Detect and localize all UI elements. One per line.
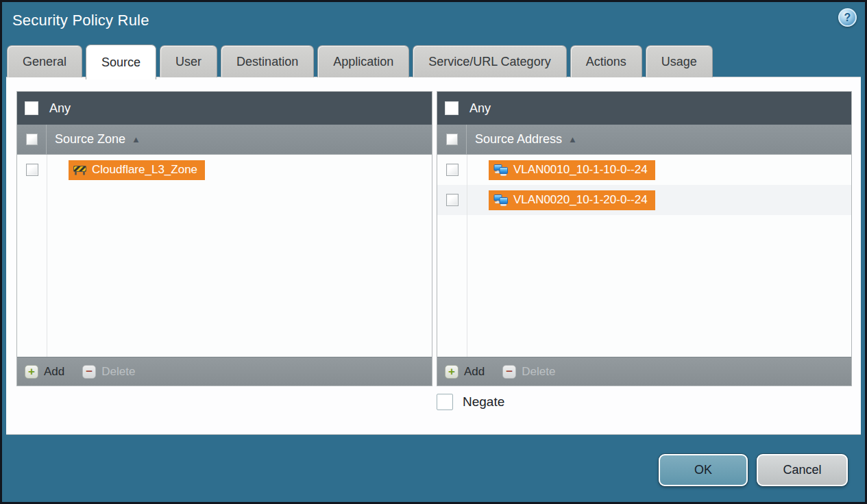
tab-service-url-category[interactable]: Service/URL Category [413,45,566,77]
source-zone-select-all-checkbox[interactable] [26,134,38,145]
source-address-column-header-row: Source Address ▲ [437,125,851,155]
sort-asc-icon: ▲ [568,135,577,144]
tab-destination[interactable]: Destination [221,45,314,77]
ok-button[interactable]: OK [659,454,748,486]
negate-checkbox[interactable] [437,394,453,410]
tab-actions[interactable]: Actions [570,45,642,77]
source-address-row-checkbox-1[interactable] [446,164,459,176]
dialog-title: Security Policy Rule [12,12,149,29]
zone-icon [73,165,86,175]
source-zone-any-bar: Any [17,92,432,125]
source-address-select-all-checkbox[interactable] [446,134,458,145]
security-policy-rule-dialog: Security Policy Rule ? General Source Us… [0,0,867,504]
delete-icon: − [502,365,516,379]
table-row: VLAN0010_10-1-10-0--24 [437,155,851,185]
table-row: Cloudflare_L3_Zone [17,155,432,185]
tab-usage[interactable]: Usage [646,45,713,77]
source-zone-header-checkbox-cell [17,125,47,154]
source-address-item-label: VLAN0020_10-1-20-0--24 [513,193,648,207]
delete-button-label: Delete [522,365,555,379]
source-zone-add-button[interactable]: + Add [25,365,64,379]
source-tab-content: Any Source Zone ▲ [6,77,861,435]
source-address-delete-button[interactable]: − Delete [502,365,555,379]
source-zone-column-header-row: Source Zone ▲ [17,125,432,155]
tab-strip: General Source User Destination Applicat… [7,45,713,77]
tab-general[interactable]: General [7,45,82,77]
title-bar: Security Policy Rule ? [2,2,865,45]
source-address-column-label: Source Address [475,132,562,147]
address-icon [493,194,508,206]
help-icon[interactable]: ? [838,8,857,27]
source-address-item-1[interactable]: VLAN0010_10-1-10-0--24 [489,160,655,180]
add-icon: + [25,365,38,379]
delete-icon: − [82,365,96,379]
source-address-item-2[interactable]: VLAN0020_10-1-20-0--24 [489,190,655,210]
negate-control: Negate [437,394,504,410]
tab-user[interactable]: User [160,45,217,77]
source-address-any-label: Any [469,101,491,116]
tab-application[interactable]: Application [317,45,409,77]
source-zone-any-label: Any [49,101,71,116]
delete-button-label: Delete [101,365,135,379]
source-zone-column-header[interactable]: Source Zone ▲ [55,132,141,147]
source-zone-item-label: Cloudflare_L3_Zone [92,163,197,177]
tab-source[interactable]: Source [86,45,156,79]
source-zone-delete-button[interactable]: − Delete [82,365,135,379]
source-address-any-bar: Any [437,92,851,125]
source-address-add-button[interactable]: + Add [445,365,485,379]
cancel-button[interactable]: Cancel [757,454,848,486]
source-address-row-checkbox-2[interactable] [446,194,459,206]
source-address-column-header[interactable]: Source Address ▲ [475,132,577,147]
source-address-any-checkbox[interactable] [445,101,459,115]
source-zone-panel: Any Source Zone ▲ [16,91,432,386]
address-icon [493,164,508,176]
source-zone-list: Cloudflare_L3_Zone [17,155,432,357]
sort-asc-icon: ▲ [132,135,141,144]
source-address-panel: Any Source Address ▲ [437,91,852,386]
source-address-item-label: VLAN0010_10-1-10-0--24 [513,163,648,177]
source-address-list: VLAN0010_10-1-10-0--24 [437,155,851,357]
source-zone-row-checkbox[interactable] [26,164,38,176]
source-zone-column-label: Source Zone [55,132,125,147]
source-zone-item[interactable]: Cloudflare_L3_Zone [69,160,205,180]
source-zone-any-checkbox[interactable] [25,101,38,115]
negate-label[interactable]: Negate [463,394,504,410]
row-checkbox-cell [437,155,467,185]
source-address-toolbar: + Add − Delete [437,357,851,386]
source-zone-toolbar: + Add − Delete [17,357,432,386]
source-address-header-checkbox-cell [437,125,467,154]
table-row: VLAN0020_10-1-20-0--24 [437,185,851,215]
row-checkbox-cell [437,185,467,215]
row-checkbox-cell [17,155,47,185]
add-button-label: Add [44,365,64,379]
add-button-label: Add [464,365,485,379]
add-icon: + [445,365,459,379]
